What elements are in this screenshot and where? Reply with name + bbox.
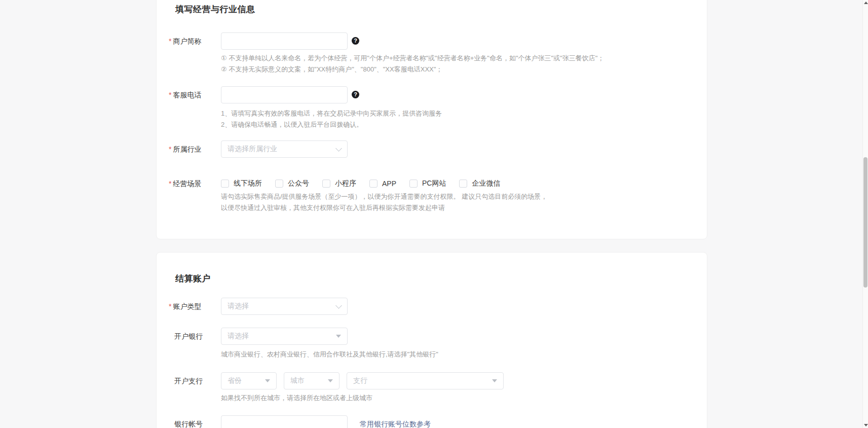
scroll-up-arrow-icon[interactable] (864, 2, 868, 4)
branch-placeholder: 支行 (353, 376, 367, 385)
business-info-card: 填写经营与行业信息 *商户简称 ? ① 不支持单纯以人名来命名，若为个体经营，可… (156, 0, 707, 239)
account-type-placeholder: 请选择 (228, 302, 249, 311)
scene-option-app[interactable]: APP (369, 180, 396, 188)
industry-select[interactable]: 请选择所属行业 (221, 140, 348, 158)
bank-label: 开户银行 (169, 328, 203, 345)
checkbox-icon[interactable] (409, 180, 418, 188)
business-scenes-row: *经营场景 线下场所 公众号 小程序 APP PC网站 (157, 175, 707, 192)
service-phone-label: *客服电话 (169, 86, 201, 103)
required-asterisk: * (169, 37, 171, 45)
required-asterisk: * (169, 91, 171, 99)
branch-select[interactable]: 支行 (347, 372, 504, 389)
service-phone-input[interactable] (221, 86, 348, 103)
caret-down-icon (265, 379, 270, 382)
merchant-short-name-hints: ① 不支持单纯以人名来命名，若为个体经营，可用"个体户+经营者名称"或"经营者名… (221, 53, 604, 75)
industry-label: *所属行业 (169, 140, 201, 158)
checkbox-icon[interactable] (221, 180, 229, 188)
hint-line: 1、请填写真实有效的客服电话，将在交易记录中向买家展示，提供咨询服务 (221, 108, 442, 119)
scene-option-wecom[interactable]: 企业微信 (459, 179, 500, 188)
account-type-select[interactable]: 请选择 (221, 298, 348, 315)
required-asterisk: * (169, 145, 171, 153)
checkbox-icon[interactable] (369, 180, 378, 188)
bank-select[interactable]: 请选择 (221, 328, 348, 345)
province-placeholder: 省份 (228, 376, 242, 385)
scene-option-offline[interactable]: 线下场所 (221, 179, 262, 188)
vertical-scrollbar-thumb[interactable] (863, 157, 867, 288)
scroll-down-arrow-icon[interactable] (864, 424, 868, 426)
business-scenes-hints: 请勾选实际售卖商品/提供服务场景（至少一项），以便为你开通需要的支付权限。 建议… (221, 191, 547, 213)
account-type-row: *账户类型 请选择 (157, 298, 707, 315)
bank-row: 开户银行 请选择 (157, 328, 707, 345)
business-scenes-checkbox-group: 线下场所 公众号 小程序 APP PC网站 企业微信 (221, 175, 500, 192)
industry-select-placeholder: 请选择所属行业 (228, 145, 277, 154)
service-phone-row: *客服电话 ? (157, 86, 707, 103)
vertical-scrollbar-track[interactable] (862, 0, 868, 428)
branch-row: 开户支行 省份 城市 支行 (157, 372, 707, 389)
checkbox-icon[interactable] (275, 180, 283, 188)
caret-down-icon (328, 379, 333, 382)
branch-label: 开户支行 (169, 372, 203, 389)
business-scenes-label: *经营场景 (169, 175, 201, 192)
merchant-short-name-input[interactable] (221, 32, 348, 50)
scene-option-mini-program[interactable]: 小程序 (322, 179, 356, 188)
merchant-short-name-help-icon[interactable]: ? (352, 37, 359, 45)
required-asterisk: * (169, 180, 171, 188)
account-type-label: *账户类型 (169, 298, 201, 315)
chevron-down-icon (335, 145, 342, 152)
chevron-down-icon (335, 302, 342, 309)
scene-option-official-account[interactable]: 公众号 (275, 179, 309, 188)
city-select[interactable]: 城市 (284, 372, 339, 389)
merchant-short-name-label: *商户简称 (169, 32, 201, 50)
city-placeholder: 城市 (290, 376, 305, 385)
caret-down-icon (336, 335, 341, 338)
checkbox-icon[interactable] (459, 180, 467, 188)
province-select[interactable]: 省份 (221, 372, 277, 389)
settlement-account-card: 结算账户 *账户类型 请选择 开户银行 请选择 城市商业银行、农村商业银行、信用… (156, 252, 707, 428)
hint-line: 2、请确保电话畅通，以便入驻后平台回拨确认。 (221, 119, 442, 130)
bank-select-placeholder: 请选择 (228, 332, 249, 341)
checkbox-icon[interactable] (322, 180, 330, 188)
hint-line: 请勾选实际售卖商品/提供服务场景（至少一项），以便为你开通需要的支付权限。 建议… (221, 191, 547, 202)
caret-down-icon (492, 379, 497, 382)
required-asterisk: * (169, 302, 171, 310)
service-phone-hints: 1、请填写真实有效的客服电话，将在交易记录中向买家展示，提供咨询服务 2、请确保… (221, 108, 442, 130)
hint-line: 以便尽快通过入驻审核，其他支付权限你可在入驻后再根据实际需要发起申请 (221, 202, 547, 213)
business-section-title: 填写经营与行业信息 (175, 4, 255, 15)
industry-row: *所属行业 请选择所属行业 (157, 140, 707, 158)
merchant-apply-page: { "colors": { "page_background": "#f7f7f… (0, 0, 868, 428)
scene-option-pc-website[interactable]: PC网站 (409, 179, 446, 188)
service-phone-help-icon[interactable]: ? (352, 91, 359, 98)
bank-account-digits-reference-link[interactable]: 常用银行账号位数参考 (360, 415, 431, 428)
merchant-short-name-row: *商户简称 ? (157, 32, 707, 50)
bank-account-label: 银行帐号 (169, 415, 203, 428)
settlement-section-title: 结算账户 (175, 273, 211, 284)
hint-line: ① 不支持单纯以人名来命名，若为个体经营，可用"个体户+经营者名称"或"经营者名… (221, 53, 604, 64)
branch-hint: 如果找不到所在城市，请选择所在地区或者上级城市 (221, 393, 372, 404)
bank-account-input[interactable] (221, 415, 348, 428)
bank-account-row: 银行帐号 常用银行账号位数参考 (157, 415, 707, 428)
bank-hint: 城市商业银行、农村商业银行、信用合作联社及其他银行,请选择"其他银行" (221, 349, 438, 360)
hint-line: ② 不支持无实际意义的文案，如"XX特约商户"、"800"、"XX客服电话XXX… (221, 64, 604, 75)
